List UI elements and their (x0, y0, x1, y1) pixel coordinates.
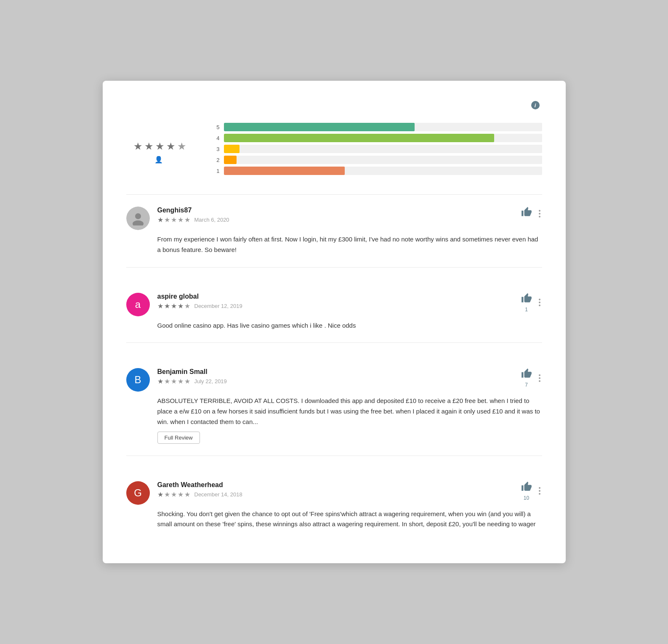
avatar (126, 207, 150, 230)
review-item: BBenjamin Small★★★★★July 22, 2019 7ABSOL… (126, 368, 542, 467)
reviewer-name: Genghis87 (157, 207, 514, 214)
review-divider (126, 456, 542, 456)
review-star-1: ★ (157, 490, 163, 498)
bar-label-5: 5 (214, 124, 220, 130)
review-star-4: ★ (178, 490, 184, 498)
bar-track-3 (224, 145, 542, 153)
bar-fill-1 (224, 167, 345, 175)
review-meta: Gareth Weatherhead★★★★★December 14, 2018 (157, 481, 514, 498)
rating-bar-chart: 54321 (214, 123, 542, 178)
review-stars: ★★★★★ (157, 302, 190, 310)
more-dot (539, 305, 540, 306)
review-meta: Genghis87★★★★★March 6, 2020 (157, 207, 514, 224)
rating-stars: ★ ★ ★ ★ ★ (133, 140, 186, 152)
review-star-1: ★ (157, 302, 163, 310)
review-star-5: ★ (184, 490, 190, 498)
rating-left: ★ ★ ★ ★ ★ 👤 (126, 137, 194, 164)
review-star-5: ★ (184, 377, 190, 385)
thumbs-count: 1 (525, 307, 528, 313)
bar-track-5 (224, 123, 542, 131)
more-dot (539, 487, 540, 489)
bar-label-4: 4 (214, 135, 220, 141)
thumbs-up-button[interactable]: 10 (521, 481, 532, 501)
review-star-3: ★ (171, 302, 177, 310)
bar-row-3: 3 (214, 145, 542, 153)
review-star-1: ★ (157, 216, 163, 224)
review-body: Good online casino app. Has live casino … (157, 321, 542, 331)
svg-point-1 (133, 220, 144, 225)
review-meta: Benjamin Small★★★★★July 22, 2019 (157, 368, 514, 385)
avatar: G (126, 481, 150, 505)
reviewer-name: aspire global (157, 293, 514, 300)
rating-summary: ★ ★ ★ ★ ★ 👤 54321 (126, 123, 542, 178)
more-dot (539, 380, 540, 382)
review-body: ABSOLUTELY TERRIBLE, AVOID AT ALL COSTS.… (157, 396, 542, 443)
bar-track-4 (224, 134, 542, 142)
bar-fill-5 (224, 123, 415, 131)
more-options-button[interactable] (537, 485, 542, 496)
more-dot (539, 374, 540, 376)
more-options-button[interactable] (537, 208, 542, 219)
thumbs-up-icon (521, 293, 532, 307)
review-header: GGareth Weatherhead★★★★★December 14, 201… (126, 481, 542, 505)
review-stars: ★★★★★ (157, 216, 190, 224)
review-star-2: ★ (164, 377, 170, 385)
more-dot (539, 493, 540, 495)
reviews-header: i (126, 101, 542, 109)
review-body: Shocking. You don't get given the chance… (157, 509, 542, 530)
star-3: ★ (155, 140, 165, 152)
bar-fill-4 (224, 134, 495, 142)
thumbs-up-icon (521, 481, 532, 495)
review-stars: ★★★★★ (157, 377, 190, 385)
review-star-2: ★ (164, 490, 170, 498)
review-header: Genghis87★★★★★March 6, 2020 (126, 207, 542, 230)
review-date: July 22, 2019 (194, 378, 227, 384)
review-policy-link[interactable]: i (531, 101, 542, 109)
more-dot (539, 490, 540, 492)
star-4: ★ (166, 140, 176, 152)
more-dot (539, 213, 540, 215)
more-dot (539, 299, 540, 300)
bar-fill-2 (224, 156, 237, 164)
thumbs-up-icon (521, 368, 532, 382)
review-header: aaspire global★★★★★December 12, 2019 1 (126, 293, 542, 316)
reviewer-name: Benjamin Small (157, 368, 514, 376)
bar-label-1: 1 (214, 168, 220, 174)
thumbs-up-button[interactable] (521, 207, 532, 220)
review-body: From my experience I won fairly often at… (157, 234, 542, 255)
svg-point-0 (135, 213, 141, 219)
total-reviews: 👤 (154, 156, 165, 164)
bar-track-1 (224, 167, 542, 175)
review-stars: ★★★★★ (157, 490, 190, 498)
bar-fill-3 (224, 145, 240, 153)
review-item: aaspire global★★★★★December 12, 2019 1Go… (126, 293, 542, 355)
bar-label-2: 2 (214, 157, 220, 163)
review-item: Genghis87★★★★★March 6, 2020 From my expe… (126, 207, 542, 279)
bar-label-3: 3 (214, 146, 220, 152)
avatar: B (126, 368, 150, 392)
more-options-button[interactable] (537, 373, 542, 384)
more-dot (539, 377, 540, 379)
more-options-button[interactable] (537, 297, 542, 308)
thumbs-up-button[interactable]: 7 (521, 368, 532, 388)
reviews-list: Genghis87★★★★★March 6, 2020 From my expe… (126, 207, 542, 530)
review-item: GGareth Weatherhead★★★★★December 14, 201… (126, 481, 542, 530)
full-review-button[interactable]: Full Review (157, 432, 200, 444)
review-stars-date: ★★★★★December 12, 2019 (157, 302, 514, 310)
review-star-3: ★ (171, 377, 177, 385)
review-divider (126, 342, 542, 343)
review-meta: aspire global★★★★★December 12, 2019 (157, 293, 514, 310)
review-actions: 7 (521, 368, 542, 388)
info-icon: i (531, 101, 540, 109)
star-2: ★ (144, 140, 154, 152)
review-date: March 6, 2020 (194, 217, 229, 223)
review-header: BBenjamin Small★★★★★July 22, 2019 7 (126, 368, 542, 392)
reviews-card: i ★ ★ ★ ★ ★ 👤 54321 Genghis87★★★★★ (103, 81, 566, 563)
person-icon: 👤 (154, 156, 163, 164)
review-star-3: ★ (171, 216, 177, 224)
thumbs-count: 10 (524, 495, 529, 501)
thumbs-up-button[interactable]: 1 (521, 293, 532, 313)
avatar: a (126, 293, 150, 316)
review-star-5: ★ (184, 302, 190, 310)
more-dot (539, 216, 540, 217)
